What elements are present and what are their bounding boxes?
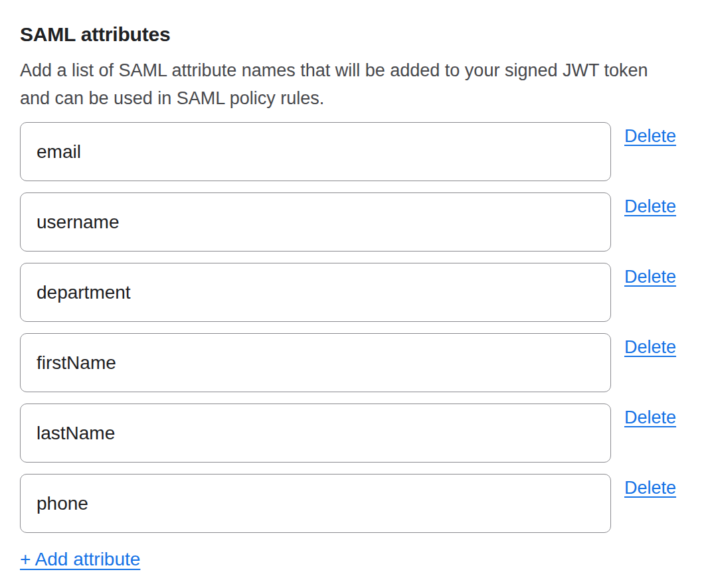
- delete-link[interactable]: Delete: [624, 336, 676, 358]
- saml-attribute-row: Delete: [20, 192, 708, 252]
- delete-link[interactable]: Delete: [624, 477, 676, 498]
- saml-attribute-input-phone[interactable]: [20, 474, 611, 533]
- saml-attribute-input-lastname[interactable]: [20, 404, 611, 463]
- saml-attributes-section: SAML attributes Add a list of SAML attri…: [0, 0, 708, 588]
- saml-attribute-list: Delete Delete Delete Delete Delete Delet…: [20, 122, 708, 533]
- saml-attribute-input-department[interactable]: [20, 263, 611, 322]
- saml-attribute-row: Delete: [20, 263, 708, 322]
- saml-attribute-input-username[interactable]: [20, 192, 611, 252]
- saml-attribute-row: Delete: [20, 333, 708, 392]
- delete-link[interactable]: Delete: [624, 125, 676, 147]
- section-description: Add a list of SAML attribute names that …: [20, 56, 708, 112]
- saml-attribute-row: Delete: [20, 122, 708, 181]
- page-title: SAML attributes: [20, 23, 708, 46]
- delete-link[interactable]: Delete: [624, 407, 676, 428]
- delete-link[interactable]: Delete: [624, 196, 676, 217]
- add-attribute-link[interactable]: + Add attribute: [20, 548, 140, 571]
- delete-link[interactable]: Delete: [624, 266, 676, 287]
- description-line-2: and can be used in SAML policy rules.: [20, 84, 708, 112]
- saml-attribute-row: Delete: [20, 474, 708, 533]
- description-line-1: Add a list of SAML attribute names that …: [20, 56, 708, 84]
- saml-attribute-input-email[interactable]: [20, 122, 611, 181]
- saml-attribute-row: Delete: [20, 404, 708, 463]
- saml-attribute-input-firstname[interactable]: [20, 333, 611, 392]
